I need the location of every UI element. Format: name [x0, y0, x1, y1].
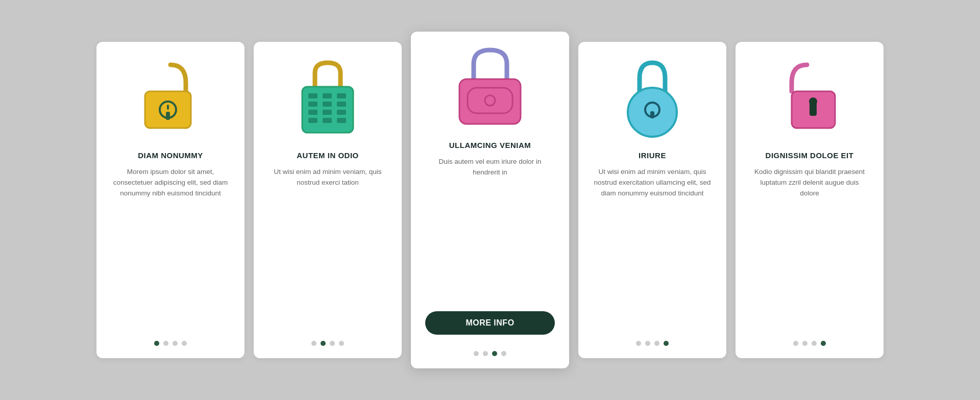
card-3-dots	[474, 351, 506, 356]
dot	[492, 351, 497, 356]
svg-point-25	[809, 97, 817, 106]
card-1: DIAM NONUMMY Morem ipsum dolor sit amet,…	[96, 42, 244, 358]
card-5: DIGNISSIM DOLOE EIT Kodio dignissim qui …	[736, 42, 884, 358]
dot	[821, 341, 826, 346]
dot	[163, 341, 168, 346]
card-2-text: Ut wisi enim ad minim veniam, quis nostr…	[268, 167, 387, 330]
card-4-title: IRIURE	[639, 151, 666, 160]
card-4: IRIURE Ut wisi enim ad minim veniam, qui…	[578, 42, 726, 358]
cards-container: DIAM NONUMMY Morem ipsum dolor sit amet,…	[66, 11, 914, 389]
dot	[645, 341, 650, 346]
dot	[483, 351, 488, 356]
svg-rect-6	[323, 93, 332, 98]
svg-rect-2	[166, 112, 170, 120]
svg-rect-22	[650, 111, 654, 118]
dot	[474, 351, 479, 356]
card-3-text: Duis autem vel eum iriure dolor in hendr…	[425, 157, 555, 301]
card-2-title: AUTEM IN ODIO	[297, 151, 359, 160]
card-3-title: ULLAMCING VENIAM	[449, 141, 531, 149]
card-5-title: DIGNISSIM DOLOE EIT	[766, 151, 854, 160]
dot	[330, 341, 335, 346]
svg-rect-13	[337, 110, 346, 115]
card-5-dots	[793, 341, 826, 346]
card-5-text: Kodio dignissim qui blandit praesent lup…	[750, 167, 869, 330]
dot	[812, 341, 817, 346]
dot	[154, 341, 159, 346]
dot	[173, 341, 178, 346]
unlocked-padlock-pink-icon	[774, 57, 845, 139]
dot	[664, 341, 669, 346]
svg-rect-5	[308, 93, 317, 98]
dot	[182, 341, 187, 346]
card-3: ULLAMCING VENIAM Duis autem vel eum iriu…	[411, 32, 569, 368]
svg-rect-11	[308, 110, 317, 115]
card-4-text: Ut wisi enim ad minim veniam, quis nostr…	[593, 167, 712, 330]
dot	[321, 341, 326, 346]
svg-rect-16	[337, 118, 346, 123]
card-1-text: Morem ipsum dolor sit amet, consectetuer…	[111, 167, 230, 330]
svg-rect-8	[308, 102, 317, 107]
svg-rect-7	[337, 93, 346, 98]
dot	[802, 341, 807, 346]
dot	[793, 341, 798, 346]
combination-lock-icon	[292, 57, 363, 139]
svg-rect-12	[323, 110, 332, 115]
svg-rect-14	[308, 118, 317, 123]
more-info-button[interactable]: MORE INFO	[425, 311, 555, 335]
padlock-pink-icon	[454, 47, 526, 129]
dot	[311, 341, 316, 346]
svg-rect-17	[459, 79, 521, 124]
card-1-title: DIAM NONUMMY	[138, 151, 203, 160]
dot	[501, 351, 506, 356]
card-2: AUTEM IN ODIO Ut wisi enim ad minim veni…	[254, 42, 402, 358]
dot	[636, 341, 641, 346]
svg-rect-9	[323, 102, 332, 107]
round-lock-icon	[617, 57, 688, 139]
dot	[339, 341, 344, 346]
card-4-dots	[636, 341, 669, 346]
unlocked-padlock-icon	[135, 57, 206, 139]
card-1-dots	[154, 341, 187, 346]
card-2-dots	[311, 341, 344, 346]
svg-rect-10	[337, 102, 346, 107]
dot	[654, 341, 659, 346]
svg-rect-15	[323, 118, 332, 123]
